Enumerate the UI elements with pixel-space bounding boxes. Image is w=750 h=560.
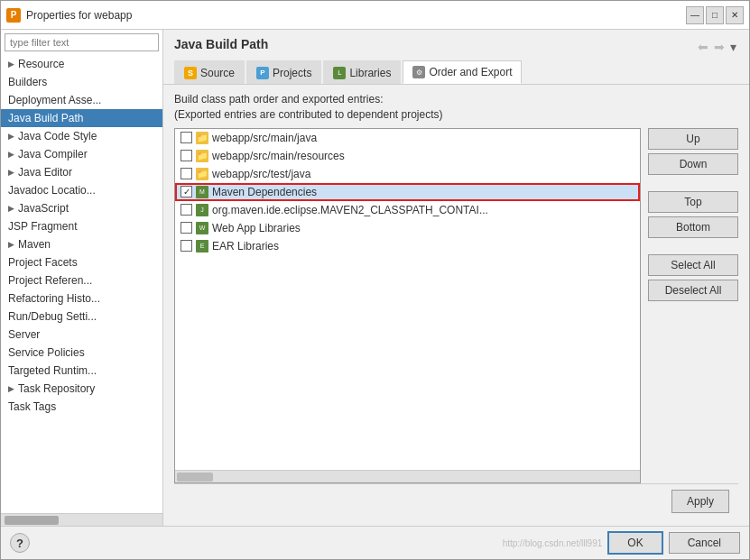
tabs-bar: S Source P Projects L Libraries ⚙ Order … (163, 60, 749, 85)
sidebar-item-java-build-path[interactable]: Java Build Path (1, 109, 162, 127)
sidebar-item-javascript[interactable]: JavaScript (1, 199, 162, 217)
sidebar-item-project-references[interactable]: Project Referen... (1, 271, 162, 289)
list-item-7[interactable]: E EAR Libraries (175, 237, 640, 255)
cancel-button[interactable]: Cancel (669, 532, 740, 554)
properties-window: P Properties for webapp — □ ✕ Resource B… (0, 0, 750, 560)
libraries-tab-icon: L (333, 67, 346, 79)
folder-icon-2: 📁 (196, 150, 208, 162)
panel-header: Java Build Path ⬅ ➡ ▾ (163, 30, 749, 60)
list-item-2[interactable]: 📁 webapp/src/main/resources (175, 147, 640, 165)
sidebar-item-deployment[interactable]: Deployment Asse... (1, 91, 162, 109)
list-item-3[interactable]: 📁 webapp/src/test/java (175, 165, 640, 183)
checkbox-6[interactable] (181, 222, 192, 234)
sidebar-item-builders[interactable]: Builders (1, 73, 162, 91)
list-item-5[interactable]: J org.maven.ide.eclipse.MAVEN2_CLASSPATH… (175, 201, 640, 219)
select-all-button[interactable]: Select All (648, 254, 738, 276)
sidebar-item-java-code-style[interactable]: Java Code Style (1, 127, 162, 145)
folder-icon-3: 📁 (196, 168, 208, 180)
list-item-1[interactable]: 📁 webapp/src/main/java (175, 129, 640, 147)
sidebar-item-javadoc[interactable]: Javadoc Locatio... (1, 181, 162, 199)
sidebar-list: Resource Builders Deployment Asse... Jav… (1, 55, 162, 513)
checkbox-1[interactable] (181, 132, 192, 143)
checkbox-2[interactable] (181, 150, 192, 161)
jar-icon-4: M (196, 186, 208, 198)
sidebar-hscroll-thumb[interactable] (5, 516, 59, 525)
sidebar-item-task-repository[interactable]: Task Repository (1, 380, 162, 398)
main-content: Resource Builders Deployment Asse... Jav… (1, 30, 749, 526)
bottom-button[interactable]: Bottom (648, 216, 738, 238)
list-area: 📁 webapp/src/main/java 📁 webapp/src/main… (174, 128, 641, 483)
tab-order-export[interactable]: ⚙ Order and Export (403, 60, 522, 84)
window-controls: — □ ✕ (686, 6, 744, 24)
window-title: Properties for webapp (26, 9, 686, 22)
watermark: http://blog.csdn.net/lll991 (503, 538, 603, 548)
back-arrow[interactable]: ⬅ (696, 40, 710, 54)
sidebar-item-java-editor[interactable]: Java Editor (1, 163, 162, 181)
window-icon: P (6, 8, 21, 23)
list-item-4[interactable]: M Maven Dependencies (175, 183, 640, 201)
order-tab-icon: ⚙ (412, 66, 425, 78)
footer: ? http://blog.csdn.net/lll991 OK Cancel (1, 526, 749, 559)
lib-icon-6: W (196, 222, 208, 234)
sidebar-item-maven[interactable]: Maven (1, 235, 162, 253)
help-button[interactable]: ? (10, 533, 30, 553)
button-panel: Up Down Top Bottom Select All Deselect A… (648, 128, 738, 483)
sidebar-item-task-tags[interactable]: Task Tags (1, 398, 162, 416)
checkbox-4[interactable] (181, 186, 192, 197)
nav-arrows: ⬅ ➡ ▾ (696, 40, 738, 54)
apply-button[interactable]: Apply (671, 490, 729, 513)
list-item-6[interactable]: W Web App Libraries (175, 219, 640, 237)
sidebar-item-service-policies[interactable]: Service Policies (1, 344, 162, 362)
sidebar-scrollbar[interactable] (1, 513, 162, 526)
hscroll-thumb[interactable] (177, 473, 213, 482)
sidebar-item-run-debug[interactable]: Run/Debug Setti... (1, 308, 162, 326)
sidebar-item-java-compiler[interactable]: Java Compiler (1, 145, 162, 163)
lib-icon-7: E (196, 240, 208, 252)
horizontal-scrollbar[interactable] (175, 470, 640, 482)
sidebar-item-server[interactable]: Server (1, 326, 162, 344)
source-tab-icon: S (184, 67, 197, 79)
right-panel: Java Build Path ⬅ ➡ ▾ S Source P Project… (163, 30, 749, 526)
deselect-all-button[interactable]: Deselect All (648, 280, 738, 301)
titlebar: P Properties for webapp — □ ✕ (1, 1, 749, 30)
description: Build class path order and exported entr… (174, 92, 738, 123)
checkbox-7[interactable] (181, 240, 192, 252)
checkbox-3[interactable] (181, 168, 192, 179)
down-button[interactable]: Down (648, 153, 738, 175)
tab-libraries[interactable]: L Libraries (323, 60, 401, 84)
close-button[interactable]: ✕ (726, 6, 744, 24)
list-items-container: 📁 webapp/src/main/java 📁 webapp/src/main… (175, 129, 640, 470)
sidebar-item-refactoring[interactable]: Refactoring Histo... (1, 289, 162, 308)
top-button[interactable]: Top (648, 191, 738, 213)
dropdown-arrow[interactable]: ▾ (728, 40, 738, 54)
tab-projects[interactable]: P Projects (246, 60, 321, 84)
apply-bar: Apply (174, 483, 738, 519)
panel-body: Build class path order and exported entr… (163, 85, 749, 526)
forward-arrow[interactable]: ➡ (712, 40, 727, 54)
filter-input[interactable] (5, 33, 159, 51)
footer-buttons: http://blog.csdn.net/lll991 OK Cancel (503, 531, 740, 555)
ok-button[interactable]: OK (607, 531, 662, 555)
maximize-button[interactable]: □ (706, 6, 724, 24)
tab-source[interactable]: S Source (174, 60, 245, 84)
folder-icon-1: 📁 (196, 132, 208, 144)
up-button[interactable]: Up (648, 128, 738, 150)
sidebar-item-project-facets[interactable]: Project Facets (1, 253, 162, 271)
sidebar-item-jsp[interactable]: JSP Fragment (1, 217, 162, 235)
checkbox-5[interactable] (181, 204, 192, 216)
panel-title: Java Build Path (174, 37, 268, 51)
content-area: 📁 webapp/src/main/java 📁 webapp/src/main… (174, 128, 738, 483)
sidebar-item-resource[interactable]: Resource (1, 55, 162, 73)
sidebar: Resource Builders Deployment Asse... Jav… (1, 30, 163, 526)
jar-icon-5: J (196, 204, 208, 216)
projects-tab-icon: P (256, 67, 269, 79)
minimize-button[interactable]: — (686, 6, 704, 24)
sidebar-item-targeted-runtime[interactable]: Targeted Runtim... (1, 362, 162, 380)
